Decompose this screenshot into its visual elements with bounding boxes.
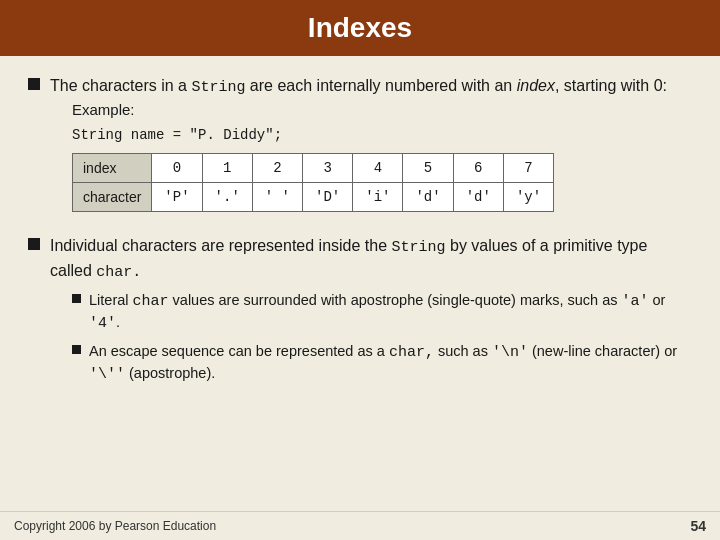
sub-bullet-1-icon [72, 294, 81, 303]
table-header-row: index 0 1 2 3 4 5 6 7 [73, 153, 554, 182]
bullet-2-text: Individual characters are represented in… [50, 234, 692, 392]
bullet-1-text-after: are each internally numbered with an [245, 77, 516, 94]
bullet-2: Individual characters are represented in… [28, 234, 692, 392]
sub1-code3: '4' [89, 315, 116, 332]
sub2-code3: '\'' [89, 366, 125, 383]
copyright-text: Copyright 2006 by Pearson Education [14, 519, 216, 533]
char-6: 'd' [453, 183, 503, 212]
index-table: index 0 1 2 3 4 5 6 7 character 'P [72, 153, 554, 213]
sub1-mid: or [649, 292, 666, 308]
sub1-code2: 'a' [622, 293, 649, 310]
sub-bullet-2-icon [72, 345, 81, 354]
bullet-1-sub: Example: String name = "P. Diddy"; index… [72, 99, 667, 213]
index-2: 2 [252, 153, 302, 182]
char-0: 'P' [152, 183, 202, 212]
slide-footer: Copyright 2006 by Pearson Education 54 [0, 511, 720, 540]
index-4: 4 [353, 153, 403, 182]
character-label-cell: character [73, 183, 152, 212]
bullet-1-text-end: , starting with 0: [555, 77, 667, 94]
char-2: ' ' [252, 183, 302, 212]
index-6: 6 [453, 153, 503, 182]
index-0: 0 [152, 153, 202, 182]
char-5: 'd' [403, 183, 453, 212]
bullet-1: The characters in a String are each inte… [28, 74, 692, 222]
bullet-1-italic: index [517, 77, 555, 94]
index-label-cell: index [73, 153, 152, 182]
index-5: 5 [403, 153, 453, 182]
code-example: String name = "P. Diddy"; [72, 125, 667, 145]
bullet-2-subs: Literal char values are surrounded with … [72, 290, 692, 385]
char-3: 'D' [303, 183, 353, 212]
header-title: Indexes [308, 12, 412, 43]
bullet-2-code2: char. [96, 264, 141, 281]
example-text: Example: [72, 101, 135, 118]
bullet-1-code1: String [191, 79, 245, 96]
bullet-1-icon [28, 78, 40, 90]
sub1-end: . [116, 314, 120, 330]
bullet-1-text-before: The characters in a [50, 77, 191, 94]
char-4: 'i' [353, 183, 403, 212]
sub2-before: An escape sequence can be represented as… [89, 343, 389, 359]
sub1-code: char [133, 293, 169, 310]
char-1: '.' [202, 183, 252, 212]
sub-bullet-2-text: An escape sequence can be represented as… [89, 341, 692, 385]
sub2-code2: '\n' [492, 344, 528, 361]
index-7: 7 [503, 153, 553, 182]
char-7: 'y' [503, 183, 553, 212]
slide-header: Indexes [0, 0, 720, 56]
sub2-mid: such as [434, 343, 492, 359]
sub-bullet-2: An escape sequence can be represented as… [72, 341, 692, 385]
bullet-2-icon [28, 238, 40, 250]
slide-content: The characters in a String are each inte… [0, 56, 720, 414]
page-number: 54 [690, 518, 706, 534]
sub2-code: char, [389, 344, 434, 361]
example-label: Example: [72, 99, 667, 121]
index-3: 3 [303, 153, 353, 182]
sub2-after: (new-line character) or [528, 343, 677, 359]
bullet-2-code1: String [392, 239, 446, 256]
bullet-1-text: The characters in a String are each inte… [50, 74, 667, 222]
index-table-wrapper: index 0 1 2 3 4 5 6 7 character 'P [72, 153, 667, 213]
bullet-2-before: Individual characters are represented in… [50, 237, 392, 254]
sub-bullet-1-text: Literal char values are surrounded with … [89, 290, 692, 334]
sub1-before: Literal [89, 292, 133, 308]
sub2-end: (apostrophe). [125, 365, 215, 381]
table-char-row: character 'P' '.' ' ' 'D' 'i' 'd' 'd' 'y… [73, 183, 554, 212]
sub-bullet-1: Literal char values are surrounded with … [72, 290, 692, 334]
sub1-after: values are surrounded with apostrophe (s… [169, 292, 622, 308]
index-1: 1 [202, 153, 252, 182]
